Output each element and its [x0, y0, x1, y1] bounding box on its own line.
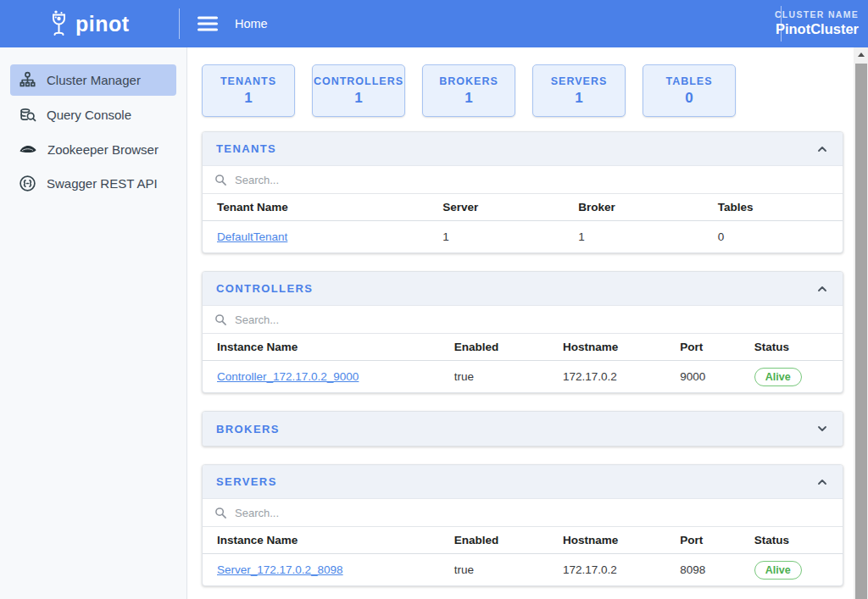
col-status: Status: [754, 341, 843, 353]
cell-enabled: true: [454, 370, 563, 383]
vertical-scrollbar: [854, 47, 868, 599]
chevron-down-icon[interactable]: [815, 422, 829, 435]
stat-label: TENANTS: [220, 75, 276, 87]
zookeeper-icon: [19, 141, 37, 158]
header-divider: [179, 8, 180, 39]
controllers-table-header: Instance Name Enabled Hostname Port Stat…: [203, 334, 843, 361]
cell-enabled: true: [454, 563, 563, 576]
pinot-logo[interactable]: pinot: [48, 10, 130, 38]
servers-search-input[interactable]: [235, 507, 831, 519]
servers-table-header: Instance Name Enabled Hostname Port Stat…: [203, 527, 843, 554]
stat-value: 1: [244, 90, 252, 107]
chevron-up-icon[interactable]: [815, 475, 829, 489]
stat-label: CONTROLLERS: [314, 75, 403, 87]
section-brokers: BROKERS: [202, 411, 843, 446]
chevron-up-icon[interactable]: [815, 282, 829, 296]
col-port: Port: [680, 341, 754, 353]
cell-port: 8098: [680, 563, 754, 576]
section-title: CONTROLLERS: [216, 282, 313, 295]
logo-text: pinot: [75, 12, 130, 36]
controllers-search-input[interactable]: [235, 313, 831, 326]
chevron-up-icon[interactable]: [815, 142, 829, 156]
section-title: SERVERS: [216, 475, 277, 488]
stat-card-row: TENANTS 1 CONTROLLERS 1 BROKERS 1 SERVER…: [202, 64, 854, 117]
col-instance-name: Instance Name: [203, 534, 454, 546]
stat-card-brokers: BROKERS 1: [422, 64, 515, 117]
col-tenant-name: Tenant Name: [203, 201, 442, 214]
col-enabled: Enabled: [454, 341, 563, 353]
cell-hostname: 172.17.0.2: [563, 563, 680, 576]
sidebar-item-label: Zookeeper Browser: [47, 142, 159, 157]
search-icon: [214, 507, 227, 519]
sidebar-item-label: Cluster Manager: [47, 73, 141, 87]
section-title: BROKERS: [216, 423, 280, 435]
sidebar-item-swagger-rest-api[interactable]: Swagger REST API: [10, 168, 176, 199]
sidebar: Cluster Manager Query Console Zookeeper …: [0, 47, 187, 599]
menu-hamburger-button[interactable]: [198, 17, 218, 31]
servers-table-row: Server_172.17.0.2_8098 true 172.17.0.2 8…: [203, 554, 843, 585]
stat-card-tables: TABLES 0: [643, 64, 736, 117]
sidebar-item-label: Query Console: [47, 108, 131, 122]
status-badge-alive: Alive: [754, 561, 802, 580]
section-brokers-header[interactable]: BROKERS: [203, 412, 843, 446]
col-tables: Tables: [718, 201, 843, 214]
app-header: pinot Home CLUSTER NAME PinotCluster: [0, 0, 868, 47]
stat-card-servers: SERVERS 1: [532, 64, 626, 117]
section-tenants: TENANTS Tenant Name Server Broker Tables…: [202, 131, 843, 253]
cell-tables: 0: [718, 230, 843, 243]
scrollbar-up-button[interactable]: [854, 47, 868, 62]
cell-server: 1: [442, 230, 578, 243]
wine-glass-icon: [48, 10, 70, 38]
sidebar-item-label: Swagger REST API: [47, 176, 158, 191]
tenants-table-header: Tenant Name Server Broker Tables: [203, 194, 843, 221]
col-instance-name: Instance Name: [203, 341, 454, 353]
scroll-up-arrow-icon: [858, 53, 865, 57]
section-tenants-header[interactable]: TENANTS: [203, 132, 843, 166]
col-port: Port: [680, 534, 754, 546]
tenants-search-row: [203, 166, 843, 194]
scrollbar-thumb[interactable]: [855, 64, 867, 599]
cluster-name-block: CLUSTER NAME PinotCluster: [775, 9, 859, 38]
col-enabled: Enabled: [454, 534, 563, 546]
stat-card-controllers: CONTROLLERS 1: [312, 64, 405, 117]
section-servers-header[interactable]: SERVERS: [203, 465, 843, 499]
stat-value: 1: [354, 90, 362, 107]
sidebar-item-cluster-manager[interactable]: Cluster Manager: [10, 64, 176, 96]
servers-search-row: [203, 499, 843, 527]
section-controllers: CONTROLLERS Instance Name Enabled Hostna…: [202, 271, 843, 393]
col-hostname: Hostname: [563, 534, 680, 546]
stat-value: 1: [575, 90, 582, 107]
stat-label: SERVERS: [551, 75, 608, 87]
sidebar-item-zookeeper-browser[interactable]: Zookeeper Browser: [10, 134, 176, 164]
server-instance-link[interactable]: Server_172.17.0.2_8098: [217, 563, 343, 576]
col-broker: Broker: [578, 201, 718, 214]
query-console-icon: [19, 106, 36, 124]
cluster-manager-icon: [19, 71, 36, 89]
section-controllers-header[interactable]: CONTROLLERS: [203, 272, 843, 306]
controller-instance-link[interactable]: Controller_172.17.0.2_9000: [217, 370, 359, 383]
cluster-name-label: CLUSTER NAME: [775, 9, 859, 20]
stat-card-tenants: TENANTS 1: [202, 64, 295, 117]
stat-label: BROKERS: [439, 75, 498, 87]
nav-home-link[interactable]: Home: [235, 17, 268, 31]
search-icon: [214, 174, 227, 186]
cell-broker: 1: [578, 230, 718, 243]
main-content: TENANTS 1 CONTROLLERS 1 BROKERS 1 SERVER…: [188, 47, 854, 599]
col-server: Server: [442, 201, 578, 214]
tenants-search-input[interactable]: [235, 174, 831, 186]
cell-port: 9000: [680, 370, 754, 383]
cell-hostname: 172.17.0.2: [563, 370, 680, 383]
col-hostname: Hostname: [563, 341, 680, 353]
swagger-icon: [19, 175, 36, 192]
sidebar-item-query-console[interactable]: Query Console: [10, 99, 176, 130]
status-badge-alive: Alive: [754, 368, 802, 386]
tenant-name-link[interactable]: DefaultTenant: [217, 230, 287, 243]
search-icon: [214, 313, 227, 326]
controllers-search-row: [203, 306, 843, 334]
controllers-table-row: Controller_172.17.0.2_9000 true 172.17.0…: [203, 361, 843, 392]
col-status: Status: [754, 534, 843, 546]
tenants-table-row: DefaultTenant 1 1 0: [203, 221, 843, 252]
stat-value: 0: [685, 90, 693, 107]
stat-value: 1: [465, 90, 472, 107]
section-servers: SERVERS Instance Name Enabled Hostname P…: [202, 464, 843, 586]
